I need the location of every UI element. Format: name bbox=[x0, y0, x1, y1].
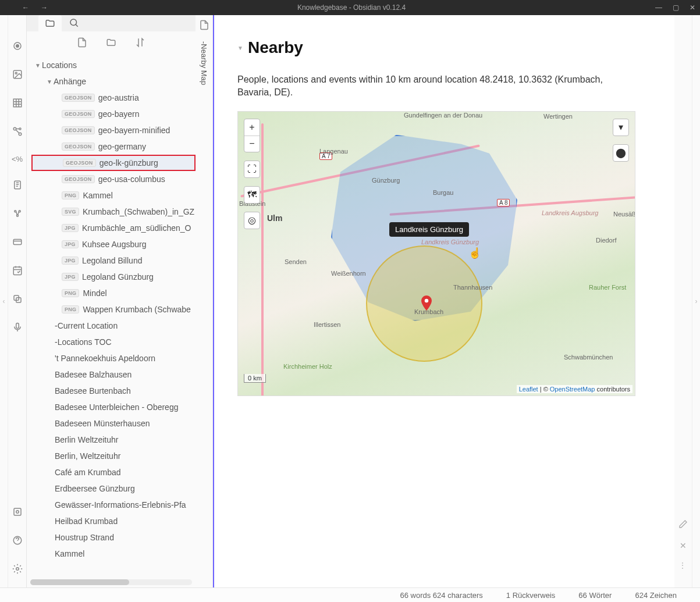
zoom-in-button[interactable]: + bbox=[244, 119, 260, 136]
status-words-chars: 66 words 624 characters bbox=[400, 591, 482, 600]
tree-item[interactable]: JPGKuhsee Augsburg bbox=[31, 236, 196, 252]
minimize-icon[interactable]: — bbox=[655, 3, 662, 12]
daily-note-icon[interactable] bbox=[12, 265, 23, 277]
fullscreen-button[interactable]: ⛶ bbox=[244, 161, 260, 177]
media-icon[interactable] bbox=[12, 69, 23, 81]
filter-button[interactable]: ▾ bbox=[613, 119, 628, 136]
tree-item[interactable]: Berlin, Weltzeituhr bbox=[31, 448, 196, 464]
zoom-out-button[interactable]: − bbox=[244, 136, 260, 152]
workspace-icon[interactable] bbox=[12, 208, 23, 220]
locate-button[interactable]: ◎ bbox=[244, 212, 260, 229]
explorer-tab[interactable] bbox=[38, 15, 62, 31]
svg-point-11 bbox=[16, 215, 18, 216]
page-title: Nearby bbox=[248, 38, 303, 57]
window-title: Knowledgebase - Obsidian v0.12.4 bbox=[48, 3, 655, 12]
editor-pane: ▼ Nearby People, locations and events wi… bbox=[213, 15, 674, 587]
vault-icon[interactable] bbox=[12, 507, 23, 519]
nav-forward-icon[interactable]: → bbox=[41, 3, 48, 12]
tree-item[interactable]: ▼Anhänge bbox=[31, 73, 196, 90]
city-krumbach: Krumbach bbox=[414, 308, 443, 315]
collapse-right-handle[interactable]: › bbox=[692, 15, 700, 587]
document-icon[interactable] bbox=[199, 20, 209, 41]
map-scale: 0 km bbox=[244, 374, 266, 383]
svg-point-1 bbox=[16, 45, 19, 48]
tree-item[interactable]: Houstrup Strand bbox=[31, 529, 196, 546]
template-icon[interactable]: <% bbox=[12, 155, 23, 163]
tree-item[interactable]: JPGLegoland Billund bbox=[31, 252, 196, 269]
road-label-a8: A 8 bbox=[497, 199, 510, 206]
tree-item[interactable]: SVGKrumbach_(Schwaben)_in_GZ bbox=[31, 204, 196, 220]
new-note-icon[interactable] bbox=[77, 37, 87, 49]
fold-icon[interactable]: ▼ bbox=[237, 45, 243, 51]
new-folder-icon[interactable] bbox=[106, 37, 116, 49]
help-icon[interactable] bbox=[12, 535, 23, 547]
tree-item[interactable]: ▼Locations bbox=[31, 57, 196, 73]
tree-item[interactable]: 't Pannekoekhuis Apeldoorn bbox=[31, 350, 196, 366]
svg-rect-17 bbox=[14, 508, 21, 515]
svg-point-18 bbox=[16, 511, 19, 514]
tree-item[interactable]: Gewässer-Informations-Erlebnis-Pfa bbox=[31, 497, 196, 513]
city-neusass: Neusäß bbox=[613, 211, 635, 218]
svg-point-20 bbox=[16, 568, 19, 571]
tree-item[interactable]: JPGLegoland Günzburg bbox=[31, 269, 196, 285]
layers-button[interactable]: 🗺 bbox=[244, 187, 260, 203]
right-gutter: ✕ ⋮ bbox=[674, 15, 692, 587]
edit-icon[interactable] bbox=[678, 519, 688, 530]
wallet-icon[interactable] bbox=[12, 237, 23, 249]
settings-icon[interactable] bbox=[12, 564, 23, 576]
marker-button[interactable]: ⬤ bbox=[613, 145, 628, 161]
doc-tab-strip: -Nearby Map bbox=[196, 15, 213, 587]
nav-back-icon[interactable]: ← bbox=[22, 3, 29, 12]
city-schwabmunchen: Schwabmünchen bbox=[564, 354, 613, 361]
tree-item[interactable]: Heilbad Krumbad bbox=[31, 513, 196, 529]
tree-item[interactable]: -Locations TOC bbox=[31, 334, 196, 350]
maximize-icon[interactable]: ▢ bbox=[673, 3, 679, 12]
tree-item[interactable]: Badesee Burtenbach bbox=[31, 383, 196, 399]
doc-tab-label[interactable]: -Nearby Map bbox=[200, 41, 208, 85]
map-tooltip: Landkreis Günzburg bbox=[389, 222, 469, 237]
tree-item[interactable]: JPGKrumbächle_am_südlichen_O bbox=[31, 220, 196, 236]
tree-item[interactable]: Erdbeersee Günzburg bbox=[31, 480, 196, 497]
tree-item[interactable]: GEOJSONgeo-usa-columbus bbox=[31, 171, 196, 187]
svg-rect-12 bbox=[13, 240, 22, 245]
tree-item-selected[interactable]: GEOJSONgeo-lk-günzburg bbox=[31, 155, 196, 171]
tree-item[interactable]: GEOJSONgeo-austria bbox=[31, 90, 196, 106]
tree-item[interactable]: Kammel bbox=[31, 546, 196, 562]
tree-item[interactable]: -Current Location bbox=[31, 318, 196, 334]
tree-item[interactable]: PNGKammel bbox=[31, 187, 196, 204]
close-icon[interactable]: ✕ bbox=[690, 3, 695, 12]
graph-icon[interactable] bbox=[12, 126, 23, 138]
city-illertissen: Illertissen bbox=[314, 321, 340, 328]
tree-item[interactable]: PNGWappen Krumbach (Schwabe bbox=[31, 301, 196, 318]
leaflet-map[interactable]: Landkreis Günzburg ☝ A 7 A 8 Ulm Günzbur… bbox=[237, 111, 635, 396]
status-chars-de: 624 Zeichen bbox=[635, 591, 677, 600]
clipboard-icon[interactable] bbox=[12, 180, 23, 192]
sort-icon[interactable] bbox=[135, 37, 145, 49]
quick-switcher-icon[interactable] bbox=[12, 41, 23, 53]
tree-item[interactable]: GEOJSONgeo-germany bbox=[31, 138, 196, 155]
mic-icon[interactable] bbox=[12, 322, 23, 334]
tree-item[interactable]: Badeseen Münsterhausen bbox=[31, 415, 196, 432]
tree-item[interactable]: Badesee Unterbleichen - Oberegg bbox=[31, 399, 196, 415]
tree-item[interactable]: PNGMindel bbox=[31, 285, 196, 301]
close-pane-icon[interactable]: ✕ bbox=[680, 541, 687, 550]
tree-item[interactable]: Café am Krumbad bbox=[31, 464, 196, 480]
city-diedorf: Diedorf bbox=[596, 237, 616, 244]
tree-item[interactable]: Badesee Balzhausen bbox=[31, 366, 196, 383]
tree-item[interactable]: GEOJSONgeo-bayern-minified bbox=[31, 122, 196, 138]
tree-item[interactable]: Berlin Weltzeituhr bbox=[31, 432, 196, 448]
label-lk-gunzburg: Landkreis Günzburg bbox=[421, 238, 479, 245]
svg-rect-16 bbox=[16, 323, 19, 329]
leaflet-link[interactable]: Leaflet bbox=[519, 386, 538, 393]
copy-icon[interactable] bbox=[12, 294, 23, 306]
osm-link[interactable]: OpenStreetMap bbox=[550, 386, 595, 393]
search-tab[interactable] bbox=[69, 17, 79, 30]
statusbar: 66 words 624 characters 1 Rückverweis 66… bbox=[0, 587, 700, 602]
horizontal-scrollbar[interactable] bbox=[30, 579, 192, 585]
collapse-left-handle[interactable]: ‹ bbox=[0, 15, 8, 587]
table-icon[interactable] bbox=[12, 98, 23, 110]
svg-point-22 bbox=[425, 298, 429, 302]
city-senden: Senden bbox=[285, 258, 307, 265]
tree-item[interactable]: GEOJSONgeo-bayern bbox=[31, 106, 196, 122]
more-icon[interactable]: ⋮ bbox=[678, 561, 688, 570]
